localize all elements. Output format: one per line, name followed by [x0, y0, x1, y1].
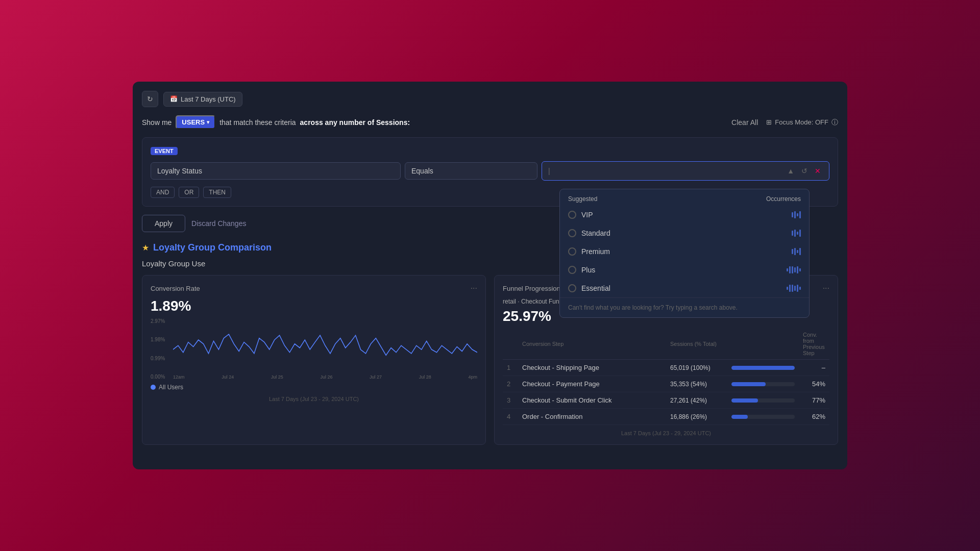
- logic-then-button[interactable]: THEN: [203, 187, 231, 198]
- occ-bar-3: [797, 213, 798, 216]
- logic-or-button[interactable]: OR: [179, 187, 199, 198]
- show-me-suffix: across any number of Sessions:: [300, 118, 410, 127]
- sessions-cell: 35,353 (54%): [666, 376, 799, 392]
- conversion-rate-footer: Last 7 Days (Jul 23 - 29, 2024 UTC): [151, 396, 477, 402]
- suggestion-hint: Can't find what you are looking for? Try…: [560, 297, 809, 317]
- table-row: 1 Checkout - Shipping Page 65,019 (100%)…: [503, 360, 829, 376]
- radio-plus: [568, 266, 576, 274]
- show-me-right: Clear All ⊞ Focus Mode: OFF ⓘ: [731, 118, 838, 127]
- funnel-footer: Last 7 Days (Jul 23 - 29, 2024 UTC): [503, 430, 829, 436]
- radio-essential: [568, 284, 576, 292]
- entity-label: USERS: [182, 118, 205, 126]
- table-row: 4 Order - Confirmation 16,886 (26%) 62%: [503, 409, 829, 425]
- occ-bar-pl4: [794, 267, 796, 272]
- date-range-label: Last 7 Days (UTC): [181, 95, 236, 103]
- suggestion-label-vip: VIP: [581, 211, 593, 219]
- col-num: [503, 329, 518, 360]
- chevron-down-icon: ▾: [207, 119, 209, 125]
- radio-vip: [568, 211, 576, 219]
- occ-bar-pl2: [789, 266, 791, 273]
- occurrences-bar-premium: [792, 248, 801, 255]
- occ-bar-e6: [799, 287, 801, 290]
- occurrences-bar-essential: [787, 285, 801, 292]
- clear-all-button[interactable]: Clear All: [731, 118, 758, 127]
- row-num: 1: [503, 360, 518, 376]
- logic-and-button[interactable]: AND: [151, 187, 175, 198]
- occ-bar-s2: [794, 230, 796, 237]
- filter-value-container[interactable]: | ▲ ↺ ✕: [542, 161, 829, 181]
- sessions-cell: 16,886 (26%): [666, 409, 799, 425]
- occ-bar-p4: [799, 248, 801, 255]
- occ-bar-p1: [792, 249, 793, 254]
- suggestion-left-vip: VIP: [568, 211, 593, 219]
- sparkline-container: 2.97% 1.98% 0.99% 0.00% 12am Jul 24 Jul …: [151, 318, 477, 380]
- refresh-button[interactable]: ↻: [142, 91, 158, 107]
- row-num: 2: [503, 376, 518, 392]
- operator-input[interactable]: [405, 162, 537, 180]
- suggestion-label-premium: Premium: [581, 247, 610, 256]
- funnel-more-button[interactable]: ···: [823, 284, 829, 293]
- suggestion-item-plus[interactable]: Plus: [560, 261, 809, 279]
- filter-value-text: |: [548, 167, 550, 175]
- focus-mode-icon: ⊞: [766, 118, 772, 126]
- step-name: Checkout - Shipping Page: [518, 360, 666, 376]
- table-row: 3 Checkout - Submit Order Click 27,261 (…: [503, 392, 829, 409]
- table-row: 2 Checkout - Payment Page 35,353 (54%) 5…: [503, 376, 829, 392]
- row-num: 3: [503, 392, 518, 409]
- occ-bar-e2: [789, 285, 791, 292]
- filter-reset-button[interactable]: ↺: [799, 166, 810, 176]
- main-container: ↻ 📅 Last 7 Days (UTC) Show me USERS ▾ th…: [133, 82, 847, 469]
- conversion-rate-card: Conversion Rate ··· 1.89% 2.97% 1.98% 0.…: [142, 275, 486, 445]
- funnel-table: Conversion Step Sessions (% Total) Conv.…: [503, 329, 829, 425]
- filter-chevron-up-icon[interactable]: ▲: [785, 166, 796, 176]
- section-title: Loyalty Group Comparison: [153, 242, 272, 253]
- suggestion-left-standard: Standard: [568, 229, 610, 237]
- col-sessions: Sessions (% Total): [666, 329, 799, 360]
- step-name: Checkout - Submit Order Click: [518, 392, 666, 409]
- occ-bar-pl1: [787, 268, 788, 271]
- legend-label: All Users: [159, 384, 183, 391]
- focus-mode-toggle[interactable]: ⊞ Focus Mode: OFF ⓘ: [766, 118, 838, 127]
- suggestion-item-essential[interactable]: Essential: [560, 279, 809, 297]
- show-me-prefix: Show me: [142, 118, 172, 127]
- radio-standard: [568, 229, 576, 237]
- suggestion-left-premium: Premium: [568, 247, 610, 256]
- col-step: Conversion Step: [518, 329, 666, 360]
- conversion-rate-more-button[interactable]: ···: [471, 284, 477, 293]
- suggestion-item-vip[interactable]: VIP: [560, 206, 809, 224]
- suggestion-header: Suggested Occurrences: [560, 189, 809, 206]
- suggestion-item-standard[interactable]: Standard: [560, 224, 809, 242]
- y-label-mid1: 1.98%: [151, 337, 171, 342]
- date-range-button[interactable]: 📅 Last 7 Days (UTC): [163, 92, 242, 107]
- filter-row: | ▲ ↺ ✕: [151, 161, 829, 181]
- occurrences-bar-vip: [792, 211, 801, 218]
- suggestion-header-left: Suggested: [568, 195, 597, 203]
- filter-close-button[interactable]: ✕: [813, 166, 823, 176]
- chart-area: [173, 318, 477, 369]
- sessions-cell: 27,261 (42%): [666, 392, 799, 409]
- occ-bar-e5: [797, 285, 798, 292]
- radio-premium: [568, 247, 576, 256]
- top-bar: ↻ 📅 Last 7 Days (UTC): [142, 91, 838, 107]
- col-conv: Conv. from Previous Step: [799, 329, 829, 360]
- show-me-bar: Show me USERS ▾ that match these criteri…: [142, 115, 838, 129]
- suggestion-item-premium[interactable]: Premium: [560, 242, 809, 261]
- conversion-rate-header: Conversion Rate ···: [151, 284, 477, 293]
- occ-bar-s3: [797, 232, 798, 235]
- row-num: 4: [503, 409, 518, 425]
- suggestion-label-essential: Essential: [581, 284, 610, 292]
- entity-selector[interactable]: USERS ▾: [176, 115, 215, 129]
- conv-cell: 54%: [799, 376, 829, 392]
- occurrences-bar-standard: [792, 230, 801, 237]
- funnel-progression-title: Funnel Progression: [503, 285, 560, 292]
- occ-bar-e4: [794, 286, 796, 291]
- y-labels: 2.97% 1.98% 0.99% 0.00%: [151, 318, 171, 380]
- occ-bar-e1: [787, 287, 788, 290]
- focus-mode-label: Focus Mode: OFF: [775, 118, 828, 126]
- step-name: Order - Confirmation: [518, 409, 666, 425]
- occ-bar-pl6: [799, 268, 801, 271]
- discard-button[interactable]: Discard Changes: [191, 215, 246, 232]
- apply-button[interactable]: Apply: [142, 215, 185, 232]
- suggestion-label-plus: Plus: [581, 266, 595, 274]
- event-input[interactable]: [151, 162, 401, 180]
